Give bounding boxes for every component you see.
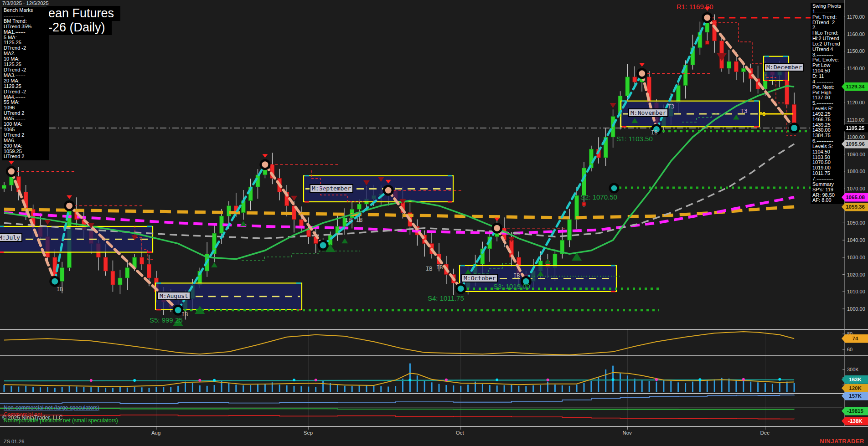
chart-window: 7/3/2025 - 12/5/2025 ean Futures -26 (Da… [0, 0, 868, 446]
swing-high-marker [7, 167, 16, 176]
swing-low-marker [456, 284, 465, 293]
chart-title-line1: ean Futures [46, 6, 120, 21]
inside-bar-label: IB [513, 272, 520, 279]
price-tick-label: 1020.00 [847, 272, 865, 277]
swing-high-marker [261, 160, 269, 169]
sub-panel-tick-label: 300K [847, 367, 859, 372]
r1-level-label: R1: 1169.50 [677, 3, 713, 10]
price-axis[interactable]: 1170.001160.001150.001140.001120.001110.… [842, 0, 868, 436]
swing-low-marker [610, 184, 618, 192]
axis-value-tag: -19815 [842, 407, 868, 415]
signal-square [582, 202, 586, 206]
ma200-line [4, 207, 794, 218]
axis-value-tag: 1095.96 [842, 140, 868, 149]
month-axis-label: Dec [760, 430, 770, 436]
bear-signal-triangle [508, 237, 515, 242]
price-tick-label: 1170.00 [847, 14, 865, 20]
t3-label: T3 [667, 103, 675, 110]
price-tick-label: 1010.00 [847, 289, 865, 294]
candles [2, 15, 796, 320]
bear-signal-triangle [44, 220, 51, 225]
swing-high-marker [638, 69, 646, 78]
month-axis-label: Nov [622, 430, 631, 436]
f0-label: F0 [759, 111, 765, 118]
bull-signal-triangle [341, 238, 348, 243]
volume-bars [4, 364, 794, 392]
cot-noncommercial-line [0, 395, 794, 404]
swing-low-marker [51, 277, 59, 286]
support-level-label: S2: 1070.50 [580, 193, 617, 201]
axis-value-tag: 1105.25 [842, 124, 868, 133]
price-tick-label: 1150.00 [847, 48, 865, 54]
support-level-label: S5: 999.25 [150, 316, 183, 324]
price-tick-label: 1080.00 [847, 169, 865, 174]
axis-value-tag: 163K [842, 375, 868, 384]
price-tick-label: 1040.00 [847, 237, 865, 243]
swing-pivots-panel: Swing Pivots 1.---------- Pvt. Trend: DT… [811, 3, 844, 204]
t3-label: T3 [740, 108, 748, 114]
axis-value-tag: -138K [842, 417, 868, 425]
cot-legend-nonreportable: Nonreportable positions net (small specu… [4, 417, 118, 424]
month-box-label: M:October [461, 274, 498, 282]
price-tick-label: 1070.00 [847, 186, 865, 191]
price-tick-label: 1030.00 [847, 255, 865, 260]
support-level-label: S4: 1011.75 [428, 294, 464, 302]
inside-bar-label: IB [426, 266, 432, 272]
support-level-label: S3: 1019.00 [493, 282, 530, 290]
inside-bar-label: IB [436, 264, 443, 271]
bench-marks-panel: Bench Marks ------------ BM Trend: UTren… [2, 7, 49, 160]
month-box-label: M:November [628, 108, 668, 117]
price-tick-label: 1120.00 [847, 100, 865, 105]
price-tick-label: 1110.00 [847, 117, 864, 123]
inside-bar-label: IB [57, 286, 63, 292]
inside-bar-label: IB [651, 129, 657, 136]
price-tick-label: 1090.00 [847, 152, 865, 157]
axis-value-tag: 1065.08 [842, 193, 868, 202]
axis-value-tag: 1129.34 [842, 82, 868, 91]
swing-high-marker [65, 201, 74, 210]
bear-signal-triangle [610, 103, 616, 108]
month-axis-label: Sep [304, 430, 313, 436]
zigzag-segment [526, 73, 642, 281]
cot-nonreportable-line [0, 409, 794, 409]
cot-legend-noncommercial: Non-commercial net (large speculators) [4, 405, 99, 411]
swing-low-marker [790, 124, 799, 133]
sub-panel-tick-label: 60 [847, 347, 852, 352]
chart-title-line2: -26 (Daily) [46, 20, 112, 35]
month-box-label: M:August [157, 292, 191, 300]
price-tick-label: 1100.00 [847, 134, 865, 140]
axis-value-tag: 1059.36 [842, 203, 868, 211]
signal-square [705, 41, 709, 44]
month-box-label: M:July [0, 233, 22, 242]
support-level-label: S1: 1103.50 [616, 135, 653, 143]
date-range: 7/3/2025 - 12/5/2025 [2, 0, 49, 6]
axis-value-tag: 74 [842, 334, 868, 343]
month-axis-label: Oct [456, 430, 464, 436]
bull-signal-triangle [545, 259, 551, 264]
swing-high-marker [384, 186, 393, 195]
ninjatrader-logo: NINJATRADER [820, 438, 864, 445]
swing-high-marker [493, 224, 501, 232]
bull-signal-triangle [240, 221, 247, 226]
inside-bar-label: IB [181, 311, 188, 318]
t3-label: T3 [318, 186, 326, 193]
price-tick-label: 1050.00 [847, 220, 865, 226]
price-tick-label: 1000.00 [847, 306, 865, 312]
inside-bar-label: IB [356, 217, 362, 223]
month-box-label: M:December [764, 63, 804, 72]
month-axis-label: Aug [151, 430, 160, 436]
oscillator-line [4, 332, 794, 355]
month-box-label: M:September [310, 184, 353, 193]
axis-value-tag: 157K [842, 392, 868, 400]
price-tick-label: 1160.00 [847, 31, 865, 37]
time-axis[interactable]: AugSepOctNovDec [0, 427, 868, 436]
status-symbol: ZS 01-26 [4, 439, 24, 444]
chart-canvas[interactable] [0, 0, 868, 446]
cot-commercial-line [0, 415, 794, 419]
inside-bar-label: IB [345, 217, 351, 223]
price-tick-label: 1140.00 [847, 66, 865, 71]
swing-low-marker [319, 241, 327, 250]
swing-high-marker [703, 13, 712, 22]
axis-value-tag: 120K [842, 384, 868, 393]
bear-signal-triangle [717, 53, 727, 61]
